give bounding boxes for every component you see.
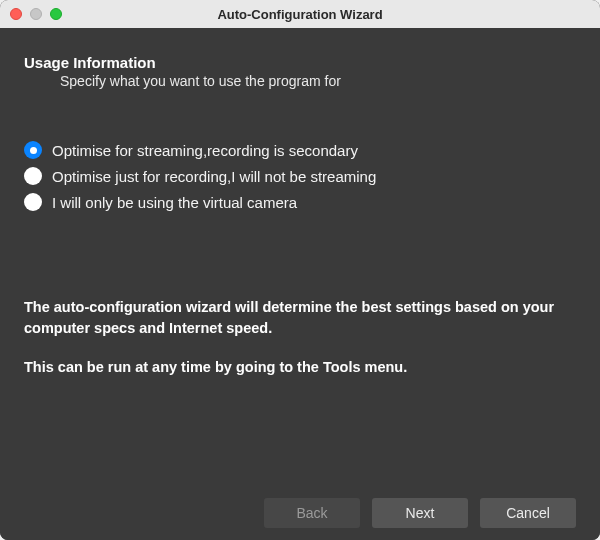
traffic-lights — [10, 8, 62, 20]
radio-label: Optimise for streaming,recording is seco… — [52, 142, 358, 159]
radio-icon — [24, 193, 42, 211]
wizard-footer: Back Next Cancel — [24, 488, 576, 528]
window-title: Auto-Configuration Wizard — [0, 7, 600, 22]
page-title: Usage Information — [24, 54, 576, 71]
radio-option-virtual-camera[interactable]: I will only be using the virtual camera — [24, 193, 576, 211]
radio-icon — [24, 167, 42, 185]
info-text-2: This can be run at any time by going to … — [24, 357, 576, 378]
radio-label: I will only be using the virtual camera — [52, 194, 297, 211]
cancel-button[interactable]: Cancel — [480, 498, 576, 528]
titlebar: Auto-Configuration Wizard — [0, 0, 600, 28]
back-button: Back — [264, 498, 360, 528]
wizard-content: Usage Information Specify what you want … — [0, 28, 600, 540]
info-text-1: The auto-configuration wizard will deter… — [24, 297, 576, 339]
next-button[interactable]: Next — [372, 498, 468, 528]
radio-label: Optimise just for recording,I will not b… — [52, 168, 376, 185]
radio-option-recording[interactable]: Optimise just for recording,I will not b… — [24, 167, 576, 185]
minimize-icon — [30, 8, 42, 20]
info-block: The auto-configuration wizard will deter… — [24, 297, 576, 378]
radio-option-streaming[interactable]: Optimise for streaming,recording is seco… — [24, 141, 576, 159]
usage-radio-group: Optimise for streaming,recording is seco… — [24, 141, 576, 211]
maximize-icon[interactable] — [50, 8, 62, 20]
page-subtitle: Specify what you want to use the program… — [60, 73, 576, 89]
close-icon[interactable] — [10, 8, 22, 20]
wizard-window: Auto-Configuration Wizard Usage Informat… — [0, 0, 600, 540]
radio-icon — [24, 141, 42, 159]
